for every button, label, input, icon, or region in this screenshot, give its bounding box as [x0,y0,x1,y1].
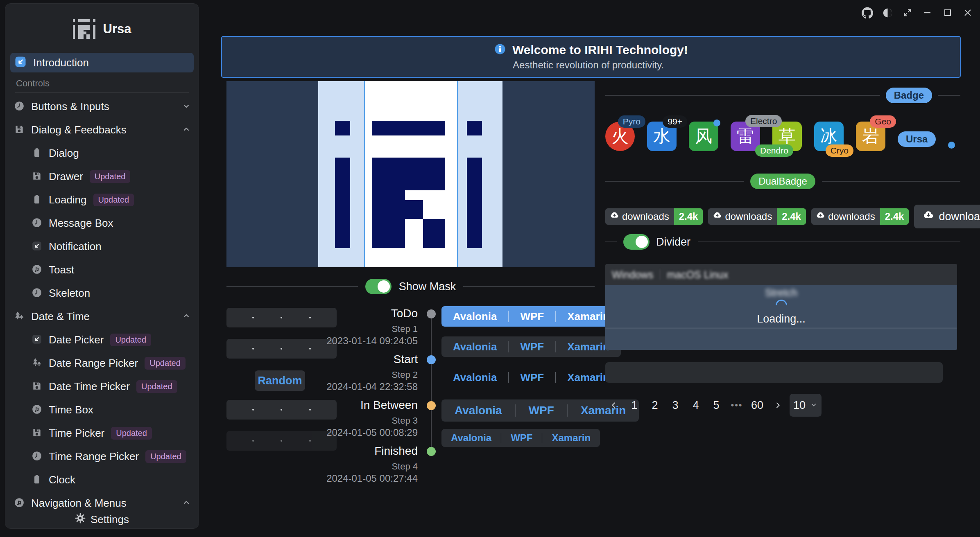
close-button[interactable] [962,7,973,18]
sidebar-item-date-time-picker[interactable]: Date Time PickerUpdated [5,375,199,398]
show-mask-row: Show Mask [226,277,595,296]
chevron-down-icon [810,399,818,412]
downloads-count: 2.4k [777,208,806,225]
sidebar-settings-button[interactable]: Settings [5,510,199,528]
divider-line [605,95,880,96]
battery-icon [32,474,42,486]
element-badge: 风 [689,122,718,151]
button-avalonia[interactable]: Avalonia [441,371,508,384]
button-wpf[interactable]: WPF [509,371,555,384]
sidebar-item-label: Dialog [49,147,79,160]
sidebar-item-date-range-picker[interactable]: Date Range PickerUpdated [5,352,199,375]
sidebar-item-skeleton[interactable]: Skeleton [5,282,199,305]
chevron-up-icon [181,498,191,509]
button-avalonia[interactable]: Avalonia [441,404,515,417]
empty-progress-bar [605,362,943,383]
sidebar-item-date-time[interactable]: Date & Time [5,305,199,328]
maximize-button[interactable] [942,7,953,18]
mini-badge: 99+ [663,115,687,128]
page-size-value: 10 [793,399,806,412]
mini-badge: Electro [745,115,782,127]
element-badge: 冰Cryo [814,122,844,151]
divider-toggle-label: Divider [656,236,690,248]
button-wpf[interactable]: WPF [501,432,542,444]
element-tile: 风 [689,122,718,151]
sidebar-item-label: Message Box [49,217,113,230]
page-button-4[interactable]: 4 [687,395,704,416]
sidebar-item-notification[interactable]: Notification [5,235,199,258]
timeline-step-date: 2024-01-05 00:27:44 [287,473,418,484]
sidebar-item-label: Toast [49,264,74,276]
button-avalonia[interactable]: Avalonia [441,341,508,353]
sidebar-item-label: Date Picker [49,334,104,346]
cloud-download-icon [713,211,722,222]
page-next-button[interactable] [769,395,786,416]
welcome-banner: Welcome to IRIHI Technology! Aesthetic r… [221,36,961,78]
pagination: 12345•••6010 [605,394,822,417]
sidebar-item-introduction[interactable]: Introduction [10,53,194,72]
page-button-5[interactable]: 5 [708,395,725,416]
cloud-download-icon [816,211,825,222]
updated-badge: Updated [93,194,134,206]
button-xamarin[interactable]: Xamarin [542,432,600,444]
button-wpf[interactable]: WPF [509,341,555,353]
clock-icon [32,217,42,230]
sidebar-item-time-box[interactable]: Time Box [5,398,199,422]
theme-button[interactable] [882,7,893,18]
page-button-last[interactable]: 60 [749,395,766,416]
divider-line [605,181,744,182]
github-button[interactable] [862,7,873,18]
downloads-label: downloads [725,211,772,222]
ursa-pill-badge: Ursa [898,131,936,147]
trees-icon [32,357,42,370]
show-mask-toggle[interactable] [365,279,392,294]
tab-macos-linux[interactable]: macOS Linux [667,269,728,281]
sidebar-item-buttons-inputs[interactable]: Buttons & Inputs [5,95,199,118]
timeline-line [431,317,432,452]
sidebar-item-dialog[interactable]: Dialog [5,142,199,165]
sidebar-nav: Buttons & InputsDialog & FeedbacksDialog… [5,95,199,528]
button-avalonia[interactable]: Avalonia [441,310,508,323]
timeline-dot-icon [427,447,436,456]
sidebar-item-toast[interactable]: Toast [5,258,199,282]
timeline-step-sub: Step 2 [287,370,418,380]
sidebar-item-drawer[interactable]: DrawerUpdated [5,165,199,188]
floppy-icon [14,124,25,136]
page-button-1[interactable]: 1 [626,395,643,416]
button-avalonia[interactable]: Avalonia [441,432,501,444]
loading-spinner-icon [773,297,790,314]
sidebar-item-loading[interactable]: LoadingUpdated [5,188,199,212]
sidebar-item-label: Introduction [33,56,89,69]
arrow-icon [14,56,27,70]
dualbadge-section-divider: DualBadge [605,174,960,189]
sidebar-item-clock[interactable]: Clock [5,468,199,492]
updated-badge: Updated [111,427,152,440]
page-prev-button[interactable] [605,395,622,416]
element-badge: 水99+ [647,122,677,151]
sidebar-item-dialog-feedbacks[interactable]: Dialog & Feedbacks [5,118,199,142]
divider-line [822,181,960,182]
dualbadge-divider-label: DualBadge [750,174,815,189]
chevron-up-icon [181,124,191,136]
divider-toggle[interactable] [623,234,650,250]
timeline-step-sub: Step 1 [287,324,418,334]
button-wpf[interactable]: WPF [516,404,567,417]
page-button-2[interactable]: 2 [646,395,663,416]
dot-badge [713,120,720,126]
downloads-badges-row: downloads2.4kdownloads2.4kdownloads2.4kd… [605,204,980,229]
page-button-3[interactable]: 3 [667,395,684,416]
sidebar-item-date-picker[interactable]: Date PickerUpdated [5,328,199,352]
sidebar-item-time-range-picker[interactable]: Time Range PickerUpdated [5,445,199,468]
divider-line [698,241,960,242]
sidebar-item-label: Buttons & Inputs [31,100,109,113]
banner-title: Welcome to IRIHI Technology! [512,43,688,57]
button-group-borderless: AvaloniaWPFXamarin [441,368,621,387]
minimize-button[interactable] [922,7,933,18]
button-wpf[interactable]: WPF [509,310,555,323]
sidebar-item-time-picker[interactable]: Time PickerUpdated [5,422,199,445]
page-size-dropdown[interactable]: 10 [790,394,822,417]
sidebar-item-message-box[interactable]: Message Box [5,212,199,235]
expand-button[interactable] [902,7,913,18]
sidebar-item-label: Drawer [49,170,83,183]
tab-windows[interactable]: Windows [612,269,653,281]
